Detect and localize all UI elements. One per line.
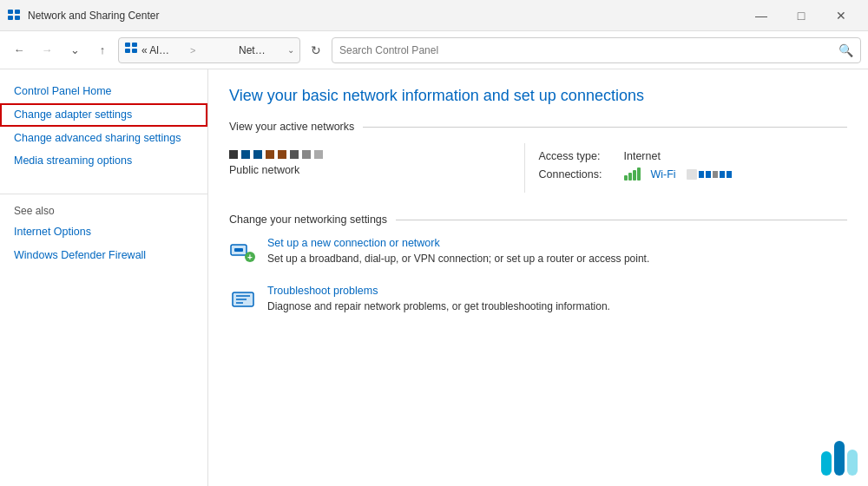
sidebar-item-advanced-sharing[interactable]: Change advanced sharing settings (0, 127, 207, 150)
svg-text:+: + (247, 253, 253, 262)
logo-bar-3 (847, 450, 858, 476)
wifi-bar-4 (637, 167, 641, 181)
address-chevron: ⌄ (287, 45, 294, 55)
address-part2: Net… (239, 44, 284, 56)
address-bar: ← → ⌄ ↑ « Al… > Net… ⌄ ↻ 🔍 (0, 31, 868, 69)
logo-bar-1 (821, 451, 832, 476)
address-box[interactable]: « Al… > Net… ⌄ (118, 37, 300, 63)
close-button[interactable]: ✕ (821, 0, 861, 31)
net-block-6 (290, 150, 299, 159)
logo-bar-2 (834, 441, 845, 476)
net-block-3 (253, 150, 262, 159)
networks-container: Public network Access type: Internet Con… (229, 143, 847, 193)
content-area: View your basic network information and … (208, 69, 868, 486)
see-also-section: See also Internet Options Windows Defend… (0, 194, 207, 267)
settings-section: Change your networking settings + (229, 213, 847, 314)
svg-rect-5 (132, 43, 137, 47)
search-icon: 🔍 (838, 43, 853, 57)
title-bar: Network and Sharing Center — □ ✕ (0, 0, 868, 31)
svg-rect-0 (8, 10, 13, 14)
svg-rect-7 (132, 49, 137, 53)
app-icon (7, 9, 21, 23)
troubleshoot-desc: Diagnose and repair network problems, or… (267, 299, 847, 314)
settings-section-divider (396, 220, 847, 220)
address-sep: > (190, 45, 235, 56)
new-connection-item: + Set up a new connection or network Set… (229, 236, 847, 266)
address-part1: « Al… (141, 44, 187, 56)
svg-rect-3 (15, 16, 20, 20)
change-settings-header: Change your networking settings (229, 213, 847, 226)
window-title: Network and Sharing Center (28, 10, 159, 22)
new-connection-content: Set up a new connection or network Set u… (267, 236, 847, 266)
sidebar-separator (0, 194, 207, 194)
wifi-bar-1 (624, 175, 628, 181)
sidebar: Control Panel Home Change adapter settin… (0, 69, 208, 486)
troubleshoot-icon (229, 286, 257, 313)
connections-row: Connections: Wi-Fi (539, 167, 834, 181)
connections-label: Connections: (539, 168, 617, 181)
troubleshoot-link[interactable]: Troubleshoot problems (267, 285, 378, 297)
network-info: Public network (229, 143, 524, 193)
troubleshoot-content: Troubleshoot problems Diagnose and repai… (267, 284, 847, 314)
search-box[interactable]: 🔍 (332, 37, 861, 63)
new-connection-desc: Set up a broadband, dial-up, or VPN conn… (267, 252, 847, 266)
new-connection-icon: + (229, 238, 257, 266)
access-type-value: Internet (624, 150, 661, 162)
net-block-5 (278, 150, 286, 159)
forward-button[interactable]: → (35, 38, 59, 62)
svg-rect-1 (15, 10, 20, 14)
sidebar-item-control-panel-home[interactable]: Control Panel Home (0, 80, 207, 103)
window-controls: — □ ✕ (741, 0, 861, 31)
net-block-8 (314, 150, 323, 159)
title-bar-left: Network and Sharing Center (7, 9, 159, 23)
svg-rect-6 (125, 49, 130, 53)
wifi-signal-icon (624, 167, 641, 181)
net-block-1 (229, 150, 238, 159)
svg-rect-10 (234, 248, 243, 252)
search-input[interactable] (339, 44, 835, 56)
network-icon-row (229, 150, 524, 159)
active-networks-header: View your active networks (229, 121, 847, 133)
bottom-logo (821, 441, 858, 476)
svg-rect-2 (8, 16, 13, 20)
wifi-bar-2 (628, 173, 632, 181)
net-block-2 (241, 150, 250, 159)
change-settings-label: Change your networking settings (229, 213, 387, 226)
main-container: Control Panel Home Change adapter settin… (0, 69, 868, 486)
up-button[interactable]: ↑ (90, 38, 115, 62)
active-networks-label: View your active networks (229, 121, 354, 133)
net-block-4 (266, 150, 274, 159)
access-type-label: Access type: (539, 150, 617, 162)
minimize-button[interactable]: — (741, 0, 781, 31)
sidebar-item-change-adapter[interactable]: Change adapter settings (0, 103, 207, 127)
network-details: Access type: Internet Connections: Wi-Fi (524, 143, 848, 193)
maximize-button[interactable]: □ (781, 0, 821, 31)
see-also-label: See also (0, 201, 207, 220)
access-type-row: Access type: Internet (539, 150, 834, 162)
wifi-link[interactable]: Wi-Fi (651, 168, 676, 181)
back-button[interactable]: ← (7, 38, 31, 62)
svg-rect-4 (125, 43, 130, 47)
page-title: View your basic network information and … (229, 87, 847, 105)
address-icon (124, 42, 138, 58)
network-name: Public network (229, 164, 524, 176)
refresh-button[interactable]: ↻ (304, 38, 328, 62)
sidebar-item-windows-defender[interactable]: Windows Defender Firewall (0, 244, 207, 267)
net-block-7 (302, 150, 311, 159)
wifi-bar-3 (633, 170, 636, 181)
troubleshoot-item: Troubleshoot problems Diagnose and repai… (229, 284, 847, 314)
new-connection-link[interactable]: Set up a new connection or network (267, 237, 440, 249)
sidebar-item-internet-options[interactable]: Internet Options (0, 220, 207, 244)
recent-button[interactable]: ⌄ (62, 38, 87, 62)
sidebar-item-media-streaming[interactable]: Media streaming options (0, 149, 207, 173)
section-divider (363, 127, 847, 128)
conn-extra-icon (687, 169, 732, 180)
